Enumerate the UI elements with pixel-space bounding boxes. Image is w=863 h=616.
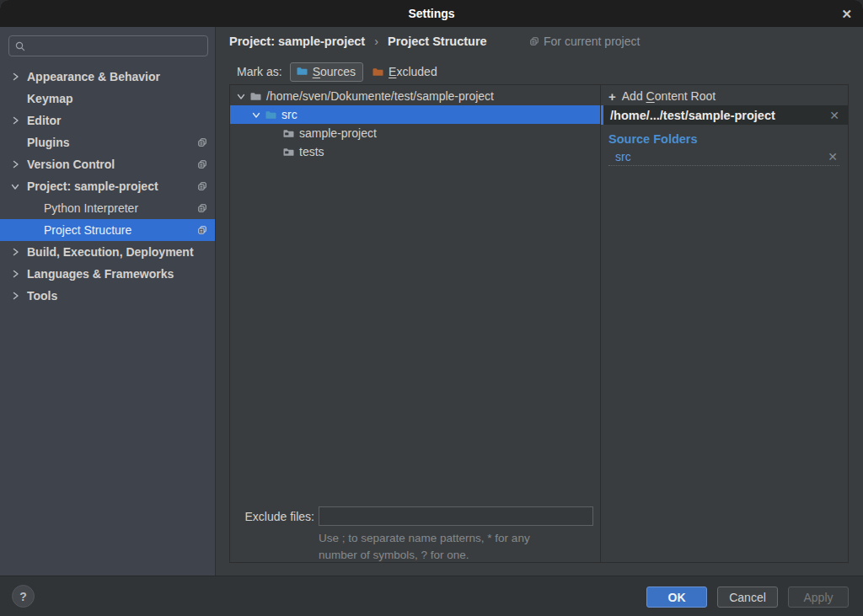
dialog-footer: ? OK Cancel Apply	[0, 576, 863, 616]
remove-content-root-icon[interactable]: ✕	[821, 109, 848, 122]
mark-sources-button[interactable]: Sources	[290, 62, 363, 82]
source-folders-heading: Source Folders	[601, 125, 848, 148]
close-icon[interactable]: ✕	[841, 8, 852, 20]
mark-as-label: Mark as:	[237, 65, 282, 78]
per-project-settings-icon	[198, 226, 206, 234]
add-content-root-button[interactable]: + Add Content Root	[601, 87, 848, 105]
source-folder-icon	[265, 110, 276, 120]
sidebar-item-plugins[interactable]: Plugins	[0, 131, 215, 153]
directory-tree: /home/sven/Dokumente/test/sample-project…	[230, 87, 600, 161]
sidebar-item-python-interpreter[interactable]: Python Interpreter	[0, 197, 215, 219]
per-project-settings-icon	[198, 138, 206, 147]
sidebar-item-keymap[interactable]: Keymap	[0, 88, 215, 110]
chevron-right-icon[interactable]	[8, 292, 22, 300]
apply-button: Apply	[788, 587, 849, 608]
sidebar-item-project-structure[interactable]: Project Structure	[0, 219, 215, 241]
sidebar-item-build-execution-deployment[interactable]: Build, Execution, Deployment	[0, 241, 215, 263]
per-project-settings-icon	[198, 160, 206, 169]
tree-row-tests[interactable]: tests	[230, 142, 600, 161]
sidebar-item-tools[interactable]: Tools	[0, 285, 215, 307]
source-folder-row[interactable]: src ✕	[608, 148, 839, 166]
sidebar-item-languages-frameworks[interactable]: Languages & Frameworks	[0, 263, 215, 285]
content-root-path: /home/.../test/sample-project	[603, 109, 821, 122]
directory-tree-panel: /home/sven/Dokumente/test/sample-project…	[230, 85, 601, 562]
titlebar: Settings ✕	[0, 0, 863, 27]
search-input[interactable]	[29, 39, 201, 54]
excluded-folder-icon	[373, 67, 383, 77]
chevron-right-icon[interactable]	[8, 116, 22, 125]
cancel-button[interactable]: Cancel	[717, 587, 778, 608]
source-folder-name: src	[608, 150, 826, 163]
source-folder-icon	[297, 67, 308, 76]
tree-row-sample-project[interactable]: sample-project	[230, 124, 600, 142]
remove-source-folder-icon[interactable]: ✕	[826, 150, 839, 163]
sidebar-item-editor[interactable]: Editor	[0, 110, 215, 131]
sidebar-item-appearance-behavior[interactable]: Appearance & Behavior	[0, 66, 215, 88]
settings-search[interactable]	[8, 35, 208, 56]
search-icon	[15, 41, 25, 51]
folder-icon	[283, 129, 294, 138]
chevron-down-icon[interactable]	[8, 183, 22, 190]
per-project-settings-icon	[198, 204, 206, 212]
folder-icon	[250, 92, 261, 101]
help-button[interactable]: ?	[12, 585, 35, 608]
chevron-right-icon[interactable]	[8, 270, 22, 278]
breadcrumb-project[interactable]: Project: sample-project	[229, 35, 365, 48]
settings-dialog: Settings ✕ Appearance & Behavior Keymap …	[0, 0, 863, 616]
breadcrumb-separator: ›	[374, 35, 378, 48]
ok-button[interactable]: OK	[646, 587, 707, 608]
scope-note: For current project	[530, 34, 640, 49]
tree-row-src[interactable]: src	[230, 105, 600, 124]
exclude-files-label: Exclude files:	[237, 507, 314, 526]
settings-nav: Appearance & Behavior Keymap Editor Plug…	[0, 66, 215, 307]
settings-sidebar: Appearance & Behavior Keymap Editor Plug…	[0, 27, 216, 576]
mark-excluded-button[interactable]: Excluded	[371, 63, 439, 80]
per-project-settings-icon	[198, 182, 206, 190]
tree-row-content-root[interactable]: /home/sven/Dokumente/test/sample-project	[230, 87, 600, 105]
per-project-settings-icon	[530, 37, 539, 46]
folder-icon	[283, 147, 294, 157]
chevron-down-icon[interactable]	[235, 93, 247, 100]
breadcrumb: Project: sample-project › Project Struct…	[229, 33, 487, 50]
content-root-row[interactable]: /home/.../test/sample-project ✕	[601, 105, 848, 125]
sidebar-item-version-control[interactable]: Version Control	[0, 153, 215, 175]
project-structure-panels: /home/sven/Dokumente/test/sample-project…	[229, 84, 849, 563]
exclude-files-hint: Use ; to separate name patterns, * for a…	[319, 530, 530, 564]
chevron-right-icon[interactable]	[8, 72, 22, 81]
content-roots-panel: + Add Content Root /home/.../test/sample…	[601, 85, 848, 562]
chevron-down-icon[interactable]	[250, 111, 262, 119]
breadcrumb-page-title: Project Structure	[388, 35, 487, 48]
chevron-right-icon[interactable]	[8, 160, 22, 169]
mark-as-toolbar: Mark as: Sources Excluded	[237, 61, 439, 83]
exclude-files-input[interactable]	[319, 506, 593, 526]
sidebar-item-project-sample-project[interactable]: Project: sample-project	[0, 175, 215, 197]
plus-icon: +	[608, 89, 616, 104]
chevron-right-icon[interactable]	[8, 248, 22, 256]
dialog-title: Settings	[408, 7, 454, 20]
